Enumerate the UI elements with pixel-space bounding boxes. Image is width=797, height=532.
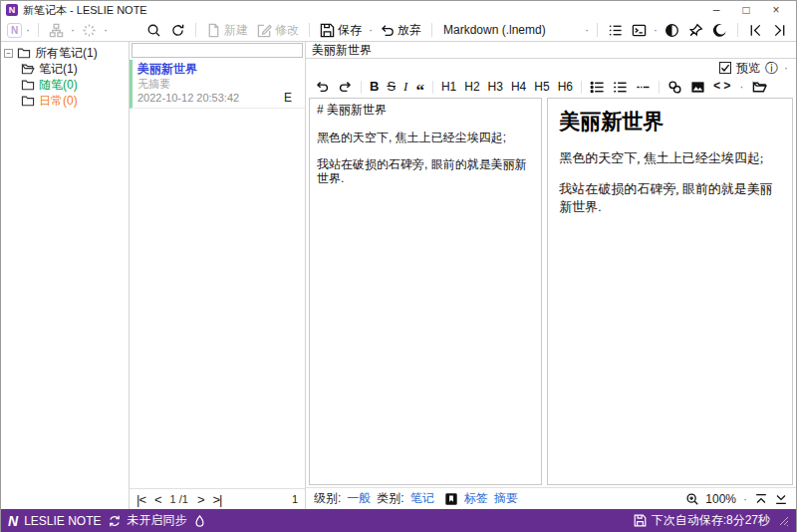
app-window: N 新笔记本 - LESLIE NOTE – □ × N · · · bbox=[0, 0, 797, 532]
modify-note-button[interactable]: 修改 bbox=[254, 20, 302, 40]
sidebar-item-all-notes[interactable]: − 所有笔记(1) bbox=[1, 45, 129, 61]
autosave-icon bbox=[634, 514, 647, 527]
info-icon[interactable]: ⓘ bbox=[765, 62, 778, 75]
tree-caret[interactable]: · bbox=[70, 23, 76, 37]
discard-button[interactable]: 放弃 bbox=[377, 20, 424, 40]
attach-file-button[interactable] bbox=[752, 80, 767, 95]
undo-button[interactable] bbox=[315, 80, 330, 95]
folder-icon bbox=[21, 79, 35, 91]
minimize-button[interactable]: – bbox=[701, 2, 731, 18]
resize-grip[interactable] bbox=[779, 516, 789, 526]
code-button[interactable]: <> bbox=[713, 78, 730, 96]
note-title-input[interactable] bbox=[306, 43, 796, 57]
heading2-button[interactable]: H2 bbox=[464, 78, 479, 96]
image-button[interactable] bbox=[690, 80, 705, 95]
sparkle-button[interactable] bbox=[79, 20, 100, 40]
first-page-button[interactable]: |< bbox=[136, 492, 145, 507]
close-button[interactable]: × bbox=[761, 2, 791, 18]
heading6-button[interactable]: H6 bbox=[558, 78, 573, 96]
terminal-button[interactable] bbox=[629, 20, 650, 40]
sync-icon[interactable] bbox=[108, 514, 122, 528]
heading1-button[interactable]: H1 bbox=[441, 78, 456, 96]
save-button[interactable]: 保存 bbox=[317, 20, 365, 40]
maximize-button[interactable]: □ bbox=[731, 2, 761, 18]
editor-panel: 预览 ⓘ · B S I “ H1 H2 H3 H4 H5 H6 bbox=[306, 42, 796, 509]
zoom-in-icon[interactable] bbox=[685, 492, 699, 506]
next-page-button[interactable]: > bbox=[197, 492, 204, 507]
code-caret[interactable]: · bbox=[738, 80, 744, 94]
bullet-list-icon bbox=[590, 80, 605, 95]
folder-open-icon bbox=[752, 80, 767, 95]
divider bbox=[432, 81, 433, 94]
level-value-link[interactable]: 一般 bbox=[347, 490, 371, 507]
collapse-right-icon bbox=[772, 23, 787, 38]
prev-page-button[interactable]: < bbox=[154, 492, 161, 507]
summary-link[interactable]: 摘要 bbox=[494, 490, 518, 507]
heading3-button[interactable]: H3 bbox=[488, 78, 503, 96]
heading5-button[interactable]: H5 bbox=[534, 78, 549, 96]
search-button[interactable] bbox=[143, 20, 164, 40]
statusbar: N LESLIE NOTE 未开启同步 下次自动保存:8分27秒 bbox=[1, 509, 796, 532]
info-caret[interactable]: · bbox=[783, 61, 789, 75]
bullet-list-button[interactable] bbox=[590, 80, 605, 95]
sparkle-caret[interactable]: · bbox=[103, 23, 109, 37]
toolbar-right-group: 新建 修改 保存 · 放弃 Markdown (.lnemd) · bbox=[143, 20, 790, 40]
contrast-theme-button[interactable] bbox=[662, 20, 682, 40]
refresh-button[interactable] bbox=[167, 20, 188, 40]
list-icon bbox=[608, 23, 623, 38]
note-list-panel: 美丽新世界 无摘要 2022-10-12 20:53:42 E |< < 1 /… bbox=[130, 42, 306, 509]
last-page-button[interactable]: >| bbox=[213, 492, 222, 507]
italic-button[interactable]: I bbox=[403, 78, 407, 96]
folder-open-icon bbox=[21, 63, 35, 75]
divider bbox=[659, 81, 660, 94]
check-icon bbox=[720, 63, 730, 73]
blockquote-button[interactable]: “ bbox=[415, 79, 424, 96]
new-note-label: 新建 bbox=[224, 22, 248, 39]
new-note-button[interactable]: 新建 bbox=[203, 20, 251, 40]
preview-label: 预览 bbox=[736, 60, 760, 77]
redo-button[interactable] bbox=[338, 80, 353, 95]
terminal-caret[interactable]: · bbox=[653, 23, 659, 37]
preview-heading: 美丽新世界 bbox=[559, 108, 781, 135]
bold-button[interactable]: B bbox=[370, 78, 379, 96]
heading4-button[interactable]: H4 bbox=[511, 78, 526, 96]
scroll-to-top-icon[interactable] bbox=[754, 492, 768, 506]
ordered-list-button[interactable] bbox=[613, 80, 628, 95]
format-select-caret[interactable]: · bbox=[584, 23, 590, 37]
sidebar-item-notes[interactable]: 笔记(1) bbox=[1, 61, 129, 77]
notebook-tree-button[interactable] bbox=[46, 20, 67, 40]
preview-paragraph: 黑色的天空下, 焦土上已经尘埃四起; bbox=[559, 149, 781, 167]
strikethrough-button[interactable]: S bbox=[387, 78, 396, 96]
category-value-link[interactable]: 笔记 bbox=[410, 490, 434, 507]
divider bbox=[195, 23, 196, 37]
note-list-empty-space bbox=[130, 109, 305, 488]
note-list-item[interactable]: 美丽新世界 无摘要 2022-10-12 20:53:42 E bbox=[130, 60, 305, 109]
tags-link[interactable]: 标签 bbox=[464, 490, 488, 507]
bookmark-icon[interactable] bbox=[444, 492, 458, 506]
format-select[interactable]: Markdown (.lnemd) bbox=[439, 23, 581, 37]
outline-list-button[interactable] bbox=[605, 20, 626, 40]
pin-window-button[interactable] bbox=[685, 20, 706, 40]
app-menu-icon[interactable]: N bbox=[7, 23, 22, 38]
link-button[interactable] bbox=[667, 80, 682, 95]
horizontal-rule-button[interactable] bbox=[636, 80, 651, 95]
dark-mode-button[interactable] bbox=[709, 20, 730, 40]
zoom-caret[interactable]: · bbox=[742, 492, 748, 506]
expander-icon[interactable]: − bbox=[4, 49, 13, 58]
scroll-to-bottom-icon[interactable] bbox=[774, 492, 788, 506]
sidebar-item-essays[interactable]: 随笔(0) bbox=[1, 77, 129, 93]
collapse-left-button[interactable] bbox=[745, 20, 766, 40]
sidebar-item-daily[interactable]: 日常(0) bbox=[1, 93, 129, 109]
horizontal-rule-icon bbox=[636, 80, 651, 95]
collapse-right-button[interactable] bbox=[769, 20, 790, 40]
save-caret[interactable]: · bbox=[368, 23, 374, 37]
category-label: 类别: bbox=[377, 490, 403, 507]
drop-icon[interactable] bbox=[193, 514, 206, 528]
preview-checkbox[interactable] bbox=[719, 62, 731, 74]
undo-icon bbox=[315, 80, 330, 95]
note-filter-input[interactable] bbox=[132, 43, 303, 58]
tree-icon bbox=[49, 23, 64, 38]
folder-icon bbox=[17, 47, 31, 59]
markdown-source-editor[interactable]: # 美丽新世界 黑色的天空下, 焦土上已经尘埃四起; 我站在破损的石碑旁, 眼前… bbox=[309, 98, 542, 485]
app-menu-caret[interactable]: · bbox=[25, 23, 31, 37]
